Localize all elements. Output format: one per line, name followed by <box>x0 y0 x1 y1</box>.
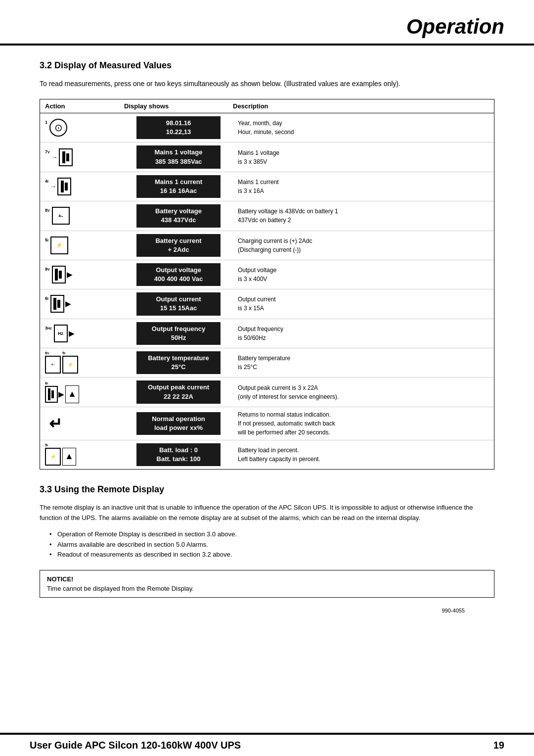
svg-rect-2 <box>61 181 64 192</box>
svg-rect-0 <box>62 151 65 163</box>
power-icon: ⊙ <box>49 119 67 137</box>
section-33: 3.3 Using the Remote Display The remote … <box>40 484 494 598</box>
display-op: Output peak current 22 22 22A <box>136 380 221 403</box>
action-cell-bi: 5I ⚡ <box>45 236 124 254</box>
notice-box: NOTICE! Time cannot be displayed from th… <box>40 570 494 598</box>
action-cell-mv: 7V → <box>45 148 124 166</box>
output-i-icon <box>50 295 64 313</box>
enter-icon: ↵ <box>49 414 62 433</box>
list-item: Readout of measurements as described in … <box>49 550 494 560</box>
action-cell-norm: ↵ <box>45 414 124 433</box>
table-row: 3Hz Hz ▶ Output frequency 50Hz Output fr… <box>40 319 494 348</box>
display-cell-bl: Batt. load : 0 Batt. tank: 100 <box>124 443 233 466</box>
up-arrow-2-icon: ▲ <box>62 448 76 466</box>
page-title: Operation <box>30 15 504 39</box>
batt-load-icon: ⚡ <box>45 448 61 466</box>
table-row: 5I ⚡ ▲ Batt. load : 0 Batt. tank: 100 <box>40 440 494 469</box>
display-norm: Normal operation load power xx% <box>136 412 221 435</box>
notice-title: NOTICE! <box>47 575 487 583</box>
battery-i-icon: ⚡ <box>50 236 68 254</box>
display-cell-op: Output peak current 22 22 22A <box>124 380 233 403</box>
display-cell-norm: Normal operation load power xx% <box>124 412 233 435</box>
action-cell-of: 3Hz Hz ▶ <box>45 325 124 342</box>
svg-rect-5 <box>59 271 62 279</box>
table-row: 9V ▶ Output voltage 400 400 400 Vac Outp… <box>40 260 494 289</box>
desc-mi: Mains 1 currentis 3 x 16A <box>233 178 489 195</box>
doc-number: 990-4055 <box>40 608 494 614</box>
display-cell-mi: Mains 1 current 16 16 16Aac <box>124 175 233 198</box>
section-32-intro: To read measurements, press one or two k… <box>40 79 494 89</box>
list-item: Alarms available are described in sectio… <box>49 540 494 550</box>
display-datetime: 98.01.16 10.22,13 <box>136 116 221 139</box>
col-action: Action <box>45 102 124 110</box>
svg-rect-8 <box>48 388 50 400</box>
notice-text: Time cannot be displayed from the Remote… <box>47 585 487 592</box>
up-arrow-icon: ▲ <box>65 385 79 403</box>
section-32-title: 3.2 Display of Measured Values <box>40 60 494 71</box>
action-cell-ov: 9V ▶ <box>45 266 124 284</box>
output-peak-icon <box>45 386 58 403</box>
page-footer: User Guide APC Silcon 120-160kW 400V UPS… <box>0 733 534 756</box>
svg-rect-1 <box>66 153 69 161</box>
desc-of: Output frequencyis 50/60Hz <box>233 325 489 342</box>
desc-bt: Battery temperatureis 25°C <box>233 354 489 372</box>
desc-mv: Mains 1 voltageis 3 x 385V <box>233 148 489 166</box>
desc-ov: Output voltageis 3 x 400V <box>233 266 489 284</box>
table-row: 8V +- Battery voltage 438 437Vdc Battery… <box>40 201 494 231</box>
table-row: 4I → Mains 1 current 16 16 16Aac Mains 1… <box>40 172 494 201</box>
action-cell-datetime: 1 ⊙ <box>45 119 124 137</box>
mains-i-icon <box>57 178 71 195</box>
col-description: Description <box>233 102 489 110</box>
output-v-icon <box>52 266 66 284</box>
display-bl: Batt. load : 0 Batt. tank: 100 <box>136 443 221 466</box>
table-row: 8V +- 5I ⚡ <box>40 348 494 378</box>
page-header: Operation <box>0 0 534 46</box>
col-display: Display shows <box>124 102 233 110</box>
measurement-table: Action Display shows Description 1 ⊙ 98.… <box>40 99 494 470</box>
action-cell-oi: 6I ▶ <box>45 295 124 313</box>
action-cell-mi: 4I → <box>45 178 124 195</box>
action-cell-bl: 5I ⚡ ▲ <box>45 444 124 466</box>
display-cell-mv: Mains 1 voltage 385 385 385Vac <box>124 145 233 168</box>
section-33-title: 3.3 Using the Remote Display <box>40 484 494 495</box>
display-ov: Output voltage 400 400 400 Vac <box>136 263 221 286</box>
action-cell-op: 6I ▶ ▲ <box>45 381 124 403</box>
svg-rect-4 <box>55 269 58 281</box>
footer-page-number: 19 <box>493 740 504 751</box>
bullet-list: Operation of Remote Display is described… <box>40 529 494 560</box>
display-cell-bv: Battery voltage 438 437Vdc <box>124 204 233 227</box>
table-row: 6I ▶ Output current 15 15 15Aac Output c… <box>40 289 494 319</box>
output-hz-icon: Hz <box>54 325 68 342</box>
display-oi: Output current 15 15 15Aac <box>136 292 221 315</box>
section-32: 3.2 Display of Measured Values To read m… <box>40 60 494 470</box>
display-bv: Battery voltage 438 437Vdc <box>136 204 221 227</box>
desc-bl: Battery load in percent.Left battery cap… <box>233 446 489 464</box>
display-cell-oi: Output current 15 15 15Aac <box>124 292 233 315</box>
display-mi: Mains 1 current 16 16 16Aac <box>136 175 221 198</box>
desc-oi: Output currentis 3 x 15A <box>233 295 489 313</box>
display-bt: Battery temperature 25°C <box>136 351 221 374</box>
table-row: 7V → Mains 1 voltage 385 385 385Vac Main… <box>40 142 494 172</box>
action-cell-bt: 8V +- 5I ⚡ <box>45 352 124 374</box>
batt-temp-icon2: ⚡ <box>62 356 78 374</box>
section-33-body: The remote display is an inactive unit t… <box>40 503 494 523</box>
table-row: 6I ▶ ▲ <box>40 378 494 407</box>
main-content: 3.2 Display of Measured Values To read m… <box>0 60 534 614</box>
batt-temp-icon1: +- <box>45 356 61 374</box>
svg-rect-7 <box>57 300 60 308</box>
desc-op: Output peak current is 3 x 22A(only of i… <box>233 383 489 401</box>
display-bi: Battery current + 2Adc <box>136 234 221 257</box>
table-row: 5I ⚡ Battery current + 2Adc Charging cur… <box>40 231 494 260</box>
display-cell-datetime: 98.01.16 10.22,13 <box>124 116 233 139</box>
svg-rect-9 <box>51 390 54 398</box>
desc-bv: Battery voltage is 438Vdc on battery 143… <box>233 207 489 225</box>
table-row: 1 ⊙ 98.01.16 10.22,13 Year, month, dayHo… <box>40 113 494 142</box>
desc-norm: Returns to normal status indication.If n… <box>233 410 489 437</box>
svg-rect-6 <box>53 298 56 310</box>
display-cell-bi: Battery current + 2Adc <box>124 234 233 257</box>
list-item: Operation of Remote Display is described… <box>49 529 494 540</box>
desc-datetime: Year, month, dayHour, minute, second <box>233 119 489 137</box>
battery-v-icon: +- <box>52 207 70 225</box>
footer-guide-title: User Guide APC Silcon 120-160kW 400V UPS <box>30 740 241 751</box>
display-mv: Mains 1 voltage 385 385 385Vac <box>136 145 221 168</box>
